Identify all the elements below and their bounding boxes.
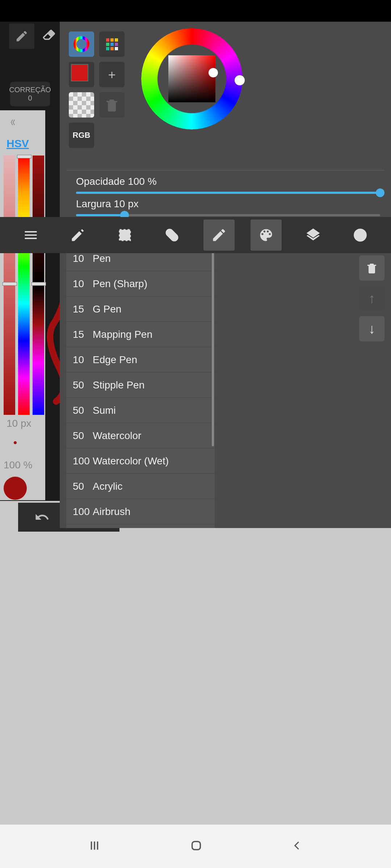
brush-preview-dot [14,441,17,444]
brush-row[interactable]: 50Sumi [66,398,215,423]
scrollbar[interactable] [212,222,214,446]
svg-rect-8 [110,47,114,50]
brush-tab-button[interactable] [203,220,235,251]
color-swatch-button[interactable] [69,62,94,87]
move-up-button[interactable]: ↑ [359,286,384,311]
correction-label: CORREÇÃO [9,86,51,94]
back-button[interactable] [292,840,303,852]
width-slider[interactable] [76,214,380,216]
rotate-button[interactable] [156,220,188,251]
divider [66,170,384,170]
brush-size-value: 50 [73,379,93,391]
brush-settings-panel: ＋ RGB Opacidade 100 % Largura 10 px [60,22,391,528]
recents-button[interactable] [88,839,101,853]
brush-size-value: 100 [73,455,93,467]
svg-rect-3 [115,38,118,42]
brush-name-label: Stipple Pen [93,379,208,391]
bottom-toolbar [0,217,391,253]
transparency-button[interactable] [69,92,94,118]
svg-point-13 [359,234,361,236]
svg-rect-11 [165,228,179,242]
color-preview-circle[interactable] [4,477,27,500]
brush-size-value: 10 [73,253,93,264]
brush-row[interactable]: 50Watercolor [66,423,215,448]
brush-size-value: 50 [73,481,93,492]
move-down-button[interactable]: ↓ [359,316,384,341]
svg-point-14 [360,230,361,232]
brush-name-label: Sumi [93,405,208,416]
brush-row[interactable]: 15Mapping Pen [66,322,215,347]
brush-name-label: Mapping Pen [93,329,208,340]
brush-name-label: Watercolor (Wet) [93,455,208,467]
brush-row[interactable]: 15G Pen [66,297,215,322]
brush-size-value: 15 [73,303,93,315]
svg-point-0 [75,38,88,51]
svg-point-17 [363,234,365,236]
hue-thumb[interactable] [235,75,245,85]
brush-name-label: Pen (Sharp) [93,278,208,290]
eraser-tool-button[interactable] [42,28,57,44]
color-tab-button[interactable] [251,220,282,251]
more-button[interactable] [345,220,376,251]
sv-thumb[interactable] [209,68,218,77]
add-swatch-button[interactable]: ＋ [99,62,125,87]
svg-rect-1 [106,38,109,42]
brush-name-label: G Pen [93,303,208,315]
svg-point-16 [356,234,357,236]
svg-rect-4 [106,43,109,46]
status-bar [0,0,391,22]
svg-rect-7 [106,47,109,50]
brush-list[interactable]: 10Pencil10Pen10Pen (Sharp)15G Pen15Mappi… [66,221,215,528]
brush-row[interactable]: 50Stipple Pen [66,373,215,398]
svg-rect-6 [115,43,118,46]
brush-size-value: 50 [73,405,93,416]
brush-row[interactable]: 100Watercolor (Wet) [66,448,215,474]
correction-value: 0 [28,94,32,102]
android-nav-bar [0,825,391,868]
brush-size-value: 100 [73,506,93,518]
brush-size-value: 10 [73,278,93,290]
brush-name-label: Edge Pen [93,354,208,366]
edit-button[interactable] [62,220,93,251]
brush-name-label: Airbrush [93,506,208,518]
hue-slider[interactable] [18,156,30,415]
brush-size-value: 50 [73,430,93,442]
undo-icon[interactable] [34,510,50,525]
opacity-readout: 100 % [4,459,32,471]
svg-point-15 [360,238,361,240]
brush-size-value: 10 [73,354,93,366]
delete-brush-button[interactable] [359,255,384,281]
correction-button[interactable]: CORREÇÃO 0 [10,82,50,106]
delete-swatch-button [99,92,125,118]
brush-row[interactable]: 10Pen (Sharp) [66,271,215,297]
brush-row[interactable]: 100Airbrush [66,499,215,524]
saturation-slider[interactable] [4,156,15,415]
menu-button[interactable] [15,220,46,251]
home-button[interactable] [190,839,202,853]
selection-button[interactable] [109,220,140,251]
brush-size-readout: 10 px [7,418,31,429]
brush-name-label: Acrylic [93,481,208,492]
svg-rect-5 [110,43,114,46]
svg-rect-21 [192,842,201,850]
color-wheel[interactable] [141,28,243,129]
svg-rect-10 [119,230,130,240]
opacity-slider-label: Opacidade 100 % [76,176,380,187]
layers-button[interactable] [298,220,329,251]
hsv-mode-label[interactable]: HSV [7,137,29,150]
svg-rect-9 [115,47,118,50]
width-slider-label: Largura 10 px [76,198,380,210]
brush-name-label: Watercolor [93,430,208,442]
palette-grid-mode-button[interactable] [99,31,125,57]
svg-rect-2 [110,38,114,42]
collapse-icon[interactable]: « [10,114,15,129]
color-wheel-mode-button[interactable] [69,31,94,57]
opacity-slider[interactable] [76,192,380,194]
brush-row[interactable]: 10Edge Pen [66,347,215,373]
brush-name-label: Pen [93,253,208,264]
brush-size-value: 15 [73,329,93,340]
brush-tool-button[interactable] [9,24,34,49]
brush-row[interactable]: 50Acrylic [66,474,215,499]
rgb-mode-button[interactable]: RGB [69,123,94,148]
sv-picker[interactable] [168,55,215,102]
